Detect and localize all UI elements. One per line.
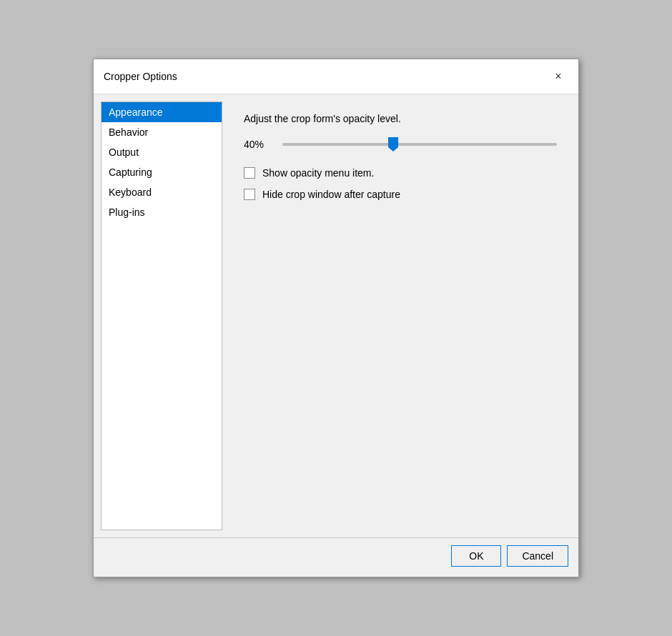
hide-crop-window-row: Hide crop window after capture: [244, 189, 557, 200]
sidebar-item-output[interactable]: Output: [102, 142, 222, 162]
opacity-description: Adjust the crop form's opacity level.: [244, 113, 557, 124]
dialog-title: Cropper Options: [104, 71, 177, 82]
hide-crop-window-label: Hide crop window after capture: [262, 189, 400, 200]
opacity-value-label: 40%: [244, 139, 271, 150]
opacity-row: 40%: [244, 136, 557, 153]
hide-crop-window-checkbox[interactable]: [244, 189, 255, 200]
show-opacity-menu-label: Show opacity menu item.: [262, 167, 374, 179]
dialog-footer: OK Cancel: [94, 537, 578, 577]
ok-button[interactable]: OK: [451, 545, 501, 567]
content-area: Adjust the crop form's opacity level. 40…: [229, 101, 571, 530]
sidebar: AppearanceBehaviorOutputCapturingKeyboar…: [101, 101, 222, 530]
sidebar-item-appearance[interactable]: Appearance: [102, 102, 222, 122]
show-opacity-menu-row: Show opacity menu item.: [244, 167, 557, 179]
sidebar-item-plugins[interactable]: Plug-ins: [102, 202, 222, 222]
cancel-button[interactable]: Cancel: [507, 545, 568, 567]
sidebar-item-capturing[interactable]: Capturing: [102, 162, 222, 182]
close-button[interactable]: ×: [548, 66, 568, 86]
title-bar: Cropper Options ×: [94, 59, 578, 94]
cropper-options-dialog: Cropper Options × AppearanceBehaviorOutp…: [93, 59, 579, 577]
show-opacity-menu-checkbox[interactable]: [244, 167, 255, 179]
sidebar-item-behavior[interactable]: Behavior: [102, 122, 222, 142]
sidebar-item-keyboard[interactable]: Keyboard: [102, 182, 222, 202]
opacity-slider[interactable]: [282, 143, 557, 146]
dialog-body: AppearanceBehaviorOutputCapturingKeyboar…: [94, 94, 578, 537]
opacity-slider-container: [282, 136, 557, 153]
